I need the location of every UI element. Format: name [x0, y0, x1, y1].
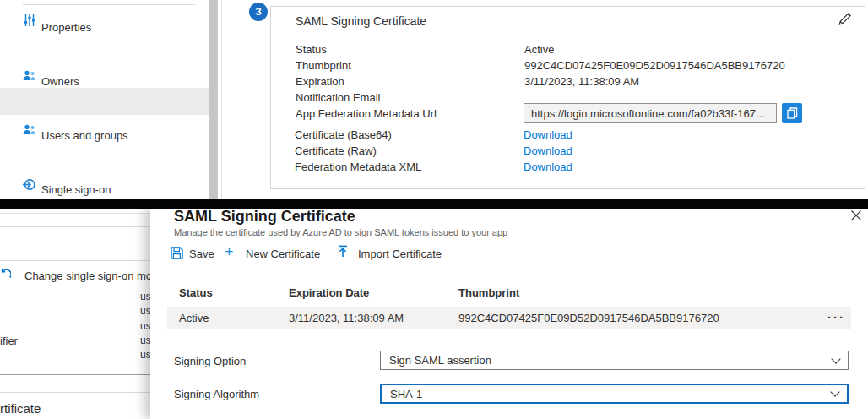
background-divider — [0, 260, 150, 261]
black-separator-bar — [0, 199, 868, 210]
signing-option-label: Signing Option — [174, 355, 246, 368]
background-page-strip: Change single sign-on mod us us us us us… — [0, 210, 150, 419]
download-raw-link[interactable]: Download — [524, 144, 572, 158]
truncated-text-fragment: us — [140, 291, 150, 303]
identifier-label-fragment: ifier — [0, 335, 18, 348]
save-button-label: Save — [189, 248, 214, 260]
copy-icon — [787, 107, 798, 119]
column-header-thumbprint: Thumbprint — [458, 286, 519, 299]
signing-option-value: Sign SAML assertion — [389, 351, 491, 369]
field-label: Status — [296, 43, 327, 57]
truncated-text-fragment: us — [140, 349, 150, 362]
sidebar-item-owners[interactable]: Owners — [0, 34, 209, 61]
truncated-text-fragment: us — [140, 335, 150, 347]
download-base64-link[interactable]: Download — [524, 128, 572, 142]
row-context-menu-icon[interactable]: ··· — [827, 310, 845, 324]
certificate-heading-fragment: rtificate — [0, 401, 41, 416]
field-value-status: Active — [524, 43, 554, 57]
row-expiration: 3/11/2023, 11:38:09 AM — [289, 312, 404, 325]
download-metadata-link[interactable]: Download — [524, 161, 572, 174]
row-status: Active — [179, 312, 209, 325]
field-label: App Federation Metadata Url — [296, 107, 437, 121]
sidebar-item-properties[interactable]: Properties — [0, 7, 209, 34]
column-header-expiration: Expiration Date — [289, 286, 369, 299]
sidebar-scrollbar[interactable] — [209, 0, 218, 199]
save-icon — [171, 247, 183, 259]
column-header-status: Status — [179, 286, 213, 299]
chevron-down-icon — [831, 354, 840, 363]
sidebar-item-self-service[interactable]: Self-service — [0, 169, 209, 196]
signing-algorithm-value: SHA-1 — [390, 385, 422, 403]
dialog-title: SAML Signing Certificate — [174, 208, 355, 226]
plus-icon: + — [225, 243, 234, 260]
close-icon[interactable] — [850, 210, 862, 221]
dialog-subtitle: Manage the certificate used by Azure AD … — [174, 227, 507, 237]
background-divider — [0, 392, 150, 393]
sliders-icon — [24, 14, 35, 26]
field-label: Notification Email — [296, 91, 380, 105]
field-label: Certificate (Raw) — [295, 144, 377, 158]
field-value-thumbprint: 992C4CD07425F0E09D52D0917546DA5BB9176720 — [524, 59, 785, 73]
copy-button[interactable] — [782, 103, 802, 123]
new-certificate-button[interactable]: + New Certificate — [225, 243, 326, 260]
sidebar-divider — [23, 4, 196, 5]
truncated-text-fragment: us — [140, 305, 150, 318]
field-label: Federation Metadata XML — [295, 161, 421, 174]
row-thumbprint: 992C4CD07425F0E09D52D0917546DA5BB9176720 — [458, 312, 719, 325]
new-certificate-label: New Certificate — [246, 248, 320, 260]
change-sso-mode-icon — [0, 269, 11, 280]
edit-pencil-icon[interactable] — [838, 12, 852, 26]
step-3-badge: 3 — [249, 3, 268, 21]
import-certificate-label: Import Certificate — [358, 248, 442, 260]
field-label: Expiration — [296, 75, 344, 89]
sidebar-item-application-proxy[interactable]: Application proxy — [0, 142, 209, 169]
truncated-text-fragment: us — [140, 320, 150, 333]
content-separator — [221, 0, 222, 199]
import-certificate-button[interactable]: Import Certificate — [337, 244, 451, 261]
sidebar-item-provisioning[interactable]: Provisioning — [0, 115, 209, 142]
save-button[interactable]: Save — [171, 246, 217, 261]
signing-option-dropdown[interactable]: Sign SAML assertion — [380, 351, 849, 370]
step-connector-line — [258, 22, 258, 199]
certificate-table-row[interactable]: Active 3/11/2023, 11:38:09 AM 992C4CD074… — [167, 307, 851, 329]
sidebar-item-users-and-groups[interactable]: Users and groups — [0, 61, 209, 88]
background-divider — [0, 374, 150, 375]
toolbar-divider — [150, 269, 868, 269]
change-sso-mode-button[interactable]: Change single sign-on mod — [24, 269, 150, 283]
card-title: SAML Signing Certificate — [296, 14, 426, 28]
field-value-expiration: 3/11/2023, 11:38:09 AM — [524, 75, 639, 89]
azure-saml-sso-screen: Properties Owners Users and groups Singl… — [0, 0, 868, 419]
import-arrow-icon — [337, 245, 349, 258]
saml-signing-certificate-dialog: SAML Signing Certificate Manage the cert… — [150, 210, 868, 419]
sidebar-item-single-sign-on[interactable]: Single sign-on — [0, 88, 209, 115]
field-label: Certificate (Base64) — [295, 128, 392, 142]
chevron-down-icon — [830, 387, 839, 396]
signing-algorithm-label: Signing Algorithm — [174, 388, 259, 401]
sidebar-item-label: Properties — [41, 21, 91, 35]
background-divider — [0, 226, 150, 227]
signing-algorithm-dropdown[interactable]: SHA-1 — [380, 384, 849, 404]
metadata-url-input[interactable] — [524, 103, 777, 123]
background-divider — [0, 213, 150, 214]
field-label: Thumbprint — [296, 59, 351, 73]
